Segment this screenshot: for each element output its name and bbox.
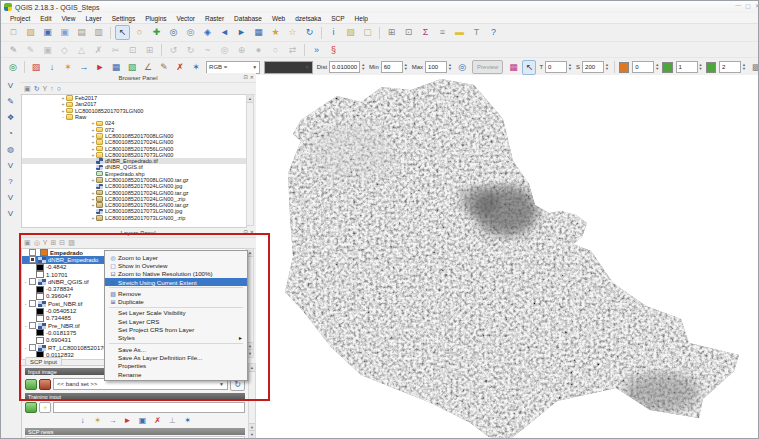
- context-menu-item[interactable]: Set Layer CRS: [105, 317, 247, 325]
- filter-browser-icon[interactable]: Y: [43, 84, 48, 93]
- context-menu-item[interactable]: ▨Remove: [105, 289, 247, 297]
- paste-features-icon[interactable]: ⊞: [142, 43, 157, 58]
- layer-visibility-checkbox[interactable]: [29, 300, 36, 307]
- scp-import-training-icon[interactable]: →: [107, 415, 119, 426]
- max-spinner-value[interactable]: 100: [425, 61, 447, 73]
- close-icon[interactable]: ✕: [755, 2, 759, 9]
- context-menu-item[interactable]: Rename: [105, 370, 247, 378]
- save-project-icon[interactable]: ▣: [40, 25, 55, 40]
- menu-item-web[interactable]: Web: [267, 15, 290, 22]
- manage-themes-icon[interactable]: ◎: [34, 238, 40, 247]
- select-features-icon[interactable]: ▧: [343, 25, 358, 40]
- simplify-feature-icon[interactable]: ~: [200, 43, 215, 58]
- layer-visibility-checkbox[interactable]: [29, 249, 36, 256]
- merge-features-icon[interactable]: ⇄: [285, 43, 300, 58]
- attribute-table-icon[interactable]: ⊞: [384, 25, 399, 40]
- mc-id-spinner-value[interactable]: 0: [632, 61, 654, 73]
- refresh-browser-icon[interactable]: ↻: [34, 84, 40, 93]
- scp-training-input-icon[interactable]: [25, 402, 37, 413]
- class-1-spinner-value[interactable]: 1: [676, 61, 698, 73]
- float-panel-icon[interactable]: ⊡: [244, 74, 248, 80]
- context-menu-item[interactable]: Save As...: [105, 345, 247, 353]
- rgb-combo[interactable]: RGB = ▼: [206, 61, 260, 74]
- web-globe-icon[interactable]: ◍: [7, 145, 14, 154]
- undo-icon[interactable]: ↺: [166, 43, 181, 58]
- dist-spinner[interactable]: Dist0.010000▲▼: [317, 61, 365, 73]
- mc-color-swatch[interactable]: [619, 62, 629, 73]
- zoom-in-icon[interactable]: ◎: [166, 25, 181, 40]
- layer-visibility-checkbox[interactable]: [29, 322, 36, 329]
- pan-map-icon[interactable]: ↖: [115, 25, 130, 40]
- add-ring-icon[interactable]: ◎: [217, 43, 232, 58]
- dist-spinner-value[interactable]: 0.010000: [329, 61, 360, 73]
- scp-open-training-icon[interactable]: ✶: [92, 415, 104, 426]
- current-edits-icon[interactable]: ✎: [6, 43, 21, 58]
- tree-expander-icon[interactable]: -: [22, 257, 29, 263]
- preview-button[interactable]: Preview: [472, 60, 503, 74]
- size-spinner[interactable]: S200▲▼: [576, 61, 609, 73]
- browser-tree[interactable]: +Feb2017+Jan2017+LC80010852017073LGN00-R…: [21, 94, 247, 228]
- spinner-arrows-icon[interactable]: ▲▼: [361, 63, 365, 71]
- zoom-full-icon[interactable]: ◈: [200, 25, 215, 40]
- open-project-icon[interactable]: ▨: [23, 25, 38, 40]
- tree-expander-icon[interactable]: -: [22, 279, 29, 285]
- help-icon[interactable]: ?: [486, 25, 501, 40]
- cut-features-icon[interactable]: ✂: [108, 43, 123, 58]
- collapse-all-icon[interactable]: ↑: [50, 84, 54, 93]
- menu-item-help[interactable]: Help: [350, 15, 373, 22]
- class-1-spinner[interactable]: 1▲▼: [676, 61, 703, 73]
- layer-visibility-checkbox[interactable]: [29, 256, 36, 263]
- context-menu-item[interactable]: Set Project CRS from Layer: [105, 325, 247, 333]
- redo-icon[interactable]: ↻: [183, 43, 198, 58]
- vector-analysis-icon[interactable]: V: [8, 193, 13, 202]
- scp-zoom-icon[interactable]: ◎: [6, 60, 20, 75]
- scp-scrollbar[interactable]: ▲ ▼ ▼: [248, 363, 256, 439]
- min-spinner[interactable]: Min60▲▼: [369, 61, 408, 73]
- save-project-as-icon[interactable]: ▣: [57, 25, 72, 40]
- collapse-all-layers-icon[interactable]: ⊟: [59, 238, 65, 247]
- zoom-out-icon[interactable]: ◎: [183, 25, 198, 40]
- add-feature-icon[interactable]: ◇: [57, 43, 72, 58]
- dzetsaka-classify-icon[interactable]: V: [8, 81, 13, 90]
- measure-icon[interactable]: ≡: [435, 25, 450, 40]
- expand-all-icon[interactable]: ⊞: [50, 238, 56, 247]
- menu-item-project[interactable]: Project: [5, 15, 35, 22]
- scp-save-training-icon[interactable]: ▣: [137, 415, 149, 426]
- new-bookmark-icon[interactable]: ★: [268, 25, 283, 40]
- menu-item-dzetsaka[interactable]: dzetsaka: [290, 15, 326, 22]
- context-menu-item[interactable]: Styles►: [105, 334, 247, 342]
- menu-item-raster[interactable]: Raster: [200, 15, 229, 22]
- annotation-tool-icon[interactable]: ✎: [7, 97, 14, 106]
- text-annotation-icon[interactable]: T: [469, 25, 484, 40]
- spinner-arrows-icon[interactable]: ▲▼: [605, 63, 609, 71]
- menu-item-database[interactable]: Database: [229, 15, 267, 22]
- context-menu-item[interactable]: ▥Stretch Using Current Extent: [105, 278, 247, 286]
- scp-plot-training-icon[interactable]: ⊥: [167, 415, 179, 426]
- spinner-arrows-icon[interactable]: ▲▼: [742, 63, 746, 71]
- scp-settings-training-icon[interactable]: ✶: [182, 415, 194, 426]
- browser-panel-dock-buttons[interactable]: ⊡✕: [244, 74, 254, 80]
- class-color-swatch[interactable]: [662, 62, 672, 73]
- minimize-icon[interactable]: —: [735, 2, 741, 9]
- zoom-preview-icon[interactable]: ◎: [455, 60, 469, 75]
- move-icon[interactable]: ✚: [149, 25, 164, 40]
- delete-selected-icon[interactable]: ✗: [91, 43, 106, 58]
- roi-pointer-icon[interactable]: ↖: [522, 60, 536, 75]
- properties-widget-icon[interactable]: ○: [57, 84, 61, 93]
- map-refresh-icon[interactable]: ↻: [302, 25, 317, 40]
- grass-tools-icon[interactable]: ◔: [8, 129, 13, 138]
- deselect-features-icon[interactable]: ▢: [360, 25, 375, 40]
- statistics-icon[interactable]: Σ: [418, 25, 433, 40]
- new-training-file-icon[interactable]: ＋: [39, 402, 51, 413]
- threshold-spinner[interactable]: T0▲▼: [539, 61, 572, 73]
- size-spinner-value[interactable]: 200: [582, 61, 604, 73]
- menu-item-scp[interactable]: SCP: [326, 15, 349, 22]
- context-menu-item[interactable]: ◎Zoom to Layer: [105, 253, 247, 261]
- mc-id-spinner[interactable]: 0▲▼: [632, 61, 659, 73]
- map-canvas[interactable]: [256, 75, 759, 439]
- context-menu-item[interactable]: ▢Show in Overview: [105, 261, 247, 269]
- spinner-arrows-icon[interactable]: ▲▼: [699, 63, 703, 71]
- menu-item-settings[interactable]: Settings: [107, 15, 141, 22]
- context-menu-item[interactable]: ⊡Zoom to Native Resolution (100%): [105, 270, 247, 278]
- browser-tree-item[interactable]: +LC80010852017073LGN00_.zip: [22, 215, 246, 221]
